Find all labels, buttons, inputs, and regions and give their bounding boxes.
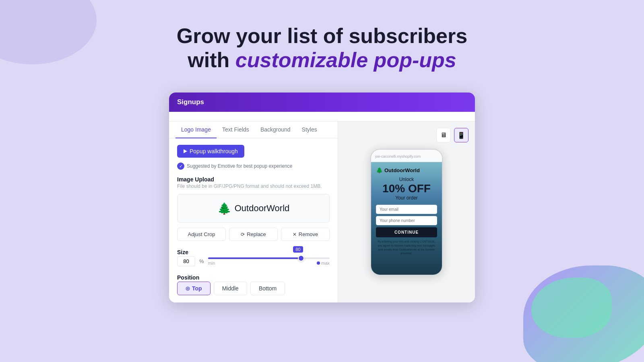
popup-logo-row: 🌲 OutdoorWorld: [376, 167, 437, 173]
size-section: Size % 80 min: [177, 249, 330, 266]
suggestion-text: Suggested by Emotive for best popup expe…: [187, 163, 292, 169]
popup-phone-input[interactable]: [376, 216, 437, 225]
slider-container: 80 min max: [208, 257, 330, 265]
logo-text: OutdoorWorld: [235, 203, 290, 214]
size-row: % 80 min: [177, 256, 330, 266]
phone-url-bar: joe-caccinelli.myshopify.com: [371, 150, 442, 162]
tab-styles[interactable]: Styles: [296, 121, 323, 138]
walkthrough-button[interactable]: Popup walkthrough: [177, 145, 244, 158]
size-unit: %: [199, 258, 204, 264]
popup-unlock-text: Unlock: [376, 177, 437, 182]
position-middle-button[interactable]: Middle: [214, 282, 247, 295]
phone-mockup: joe-caccinelli.myshopify.com 🌲 OutdoorWo…: [370, 149, 443, 276]
position-top-button[interactable]: ◎ Top: [177, 282, 211, 295]
popup-order-text: Your order: [376, 195, 437, 201]
adjust-crop-button[interactable]: Adjust Crop: [177, 228, 226, 241]
panel-content: Popup walkthrough Suggested by Emotive f…: [169, 138, 338, 302]
desktop-icon: 🖥: [440, 132, 447, 139]
image-upload-label: Image Upload: [177, 176, 330, 183]
slider-thumb[interactable]: [298, 255, 304, 261]
logo-tree-icon: 🌲: [217, 202, 231, 215]
image-upload-area: 🌲 OutdoorWorld: [177, 194, 330, 223]
hero-line2-prefix: with: [188, 48, 235, 72]
editor-container: Logo Image Text Fields Background Styles…: [169, 121, 475, 302]
popup-content: 🌲 OutdoorWorld Unlock 10% OFF Your order…: [371, 162, 442, 275]
max-dot: [317, 261, 320, 265]
popup-continue-label: CONTINUE: [394, 230, 419, 234]
hero-title-line1: Grow your list of subscribers: [0, 24, 644, 48]
hero-title-line2: with customizable pop-ups: [0, 48, 644, 72]
remove-button[interactable]: ✕ Remove: [281, 228, 330, 241]
slider-fill: [208, 257, 299, 259]
position-top-label: Top: [192, 285, 202, 292]
action-buttons-row: Adjust Crop ⟳ Replace ✕ Remove: [177, 228, 330, 241]
remove-label: Remove: [299, 231, 318, 237]
tabs-row: Logo Image Text Fields Background Styles: [169, 121, 338, 138]
main-card: Signups Logo Image Text Fields Backgroun…: [169, 93, 475, 302]
signups-label: Signups: [177, 98, 204, 106]
remove-icon: ✕: [293, 232, 297, 237]
signups-subbar: [169, 112, 475, 121]
suggestion-row: Suggested by Emotive for best popup expe…: [177, 162, 330, 170]
hero-line2-highlight: customizable pop-ups: [235, 48, 456, 72]
left-panel: Logo Image Text Fields Background Styles…: [169, 121, 338, 302]
mobile-view-button[interactable]: 📱: [454, 128, 469, 142]
size-input[interactable]: [177, 256, 195, 266]
signups-header: Signups: [169, 93, 475, 112]
popup-continue-button[interactable]: CONTINUE: [376, 227, 437, 237]
right-panel: 🖥 📱 joe-caccinelli.myshopify.com 🌲 Outdo…: [338, 121, 475, 302]
slider-track[interactable]: [208, 257, 330, 259]
hero-section: Grow your list of subscribers with custo…: [0, 24, 644, 72]
mobile-icon: 📱: [457, 132, 465, 139]
position-buttons: ◎ Top Middle Bottom: [177, 282, 330, 295]
tab-background[interactable]: Background: [255, 121, 296, 138]
play-icon: [184, 149, 187, 153]
device-toggle: 🖥 📱: [436, 128, 469, 142]
phone-url: joe-caccinelli.myshopify.com: [375, 154, 421, 158]
image-upload-sublabel: File should be in GIF/JPG/PNG format and…: [177, 183, 330, 189]
popup-discount: 10% OFF: [376, 183, 437, 194]
replace-button[interactable]: ⟳ Replace: [229, 228, 278, 241]
position-top-icon: ◎: [186, 286, 190, 291]
popup-tree-icon: 🌲: [376, 167, 383, 173]
position-bottom-label: Bottom: [259, 285, 277, 292]
walkthrough-label: Popup walkthrough: [190, 148, 238, 154]
position-bottom-button[interactable]: Bottom: [250, 282, 285, 295]
replace-icon: ⟳: [241, 232, 245, 237]
slider-bubble: 80: [293, 246, 303, 253]
position-middle-label: Middle: [222, 285, 239, 292]
check-icon: [177, 162, 184, 170]
logo-display: 🌲 OutdoorWorld: [217, 202, 290, 215]
popup-email-input[interactable]: [376, 205, 437, 214]
popup-footer-text: By entering your info and clicking CONTI…: [376, 240, 437, 255]
replace-label: Replace: [247, 231, 266, 237]
position-label: Position: [177, 274, 330, 281]
size-label: Size: [177, 249, 330, 255]
popup-logo-text: OutdoorWorld: [384, 167, 420, 173]
adjust-crop-label: Adjust Crop: [188, 231, 215, 237]
slider-labels: min max: [208, 261, 330, 265]
tab-text-fields[interactable]: Text Fields: [217, 121, 255, 138]
tab-logo-image[interactable]: Logo Image: [175, 121, 217, 138]
slider-max-label: max: [317, 261, 330, 265]
desktop-view-button[interactable]: 🖥: [436, 128, 451, 142]
slider-min-label: min: [208, 261, 215, 265]
